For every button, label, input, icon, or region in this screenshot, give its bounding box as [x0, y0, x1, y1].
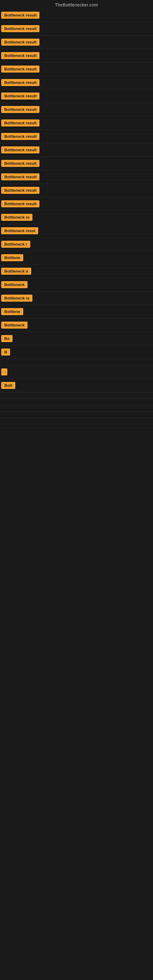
bottleneck-result-badge: Bottleneck r — [1, 241, 30, 248]
bottleneck-result-badge: Bottleneck resul — [1, 227, 38, 234]
bottleneck-result-badge: Bottleneck result — [1, 79, 40, 86]
bottleneck-result-badge: · — [1, 368, 7, 375]
bottleneck-result-badge: Bottleneck result — [1, 12, 40, 19]
list-item: Bott — [0, 379, 153, 392]
list-item — [0, 392, 153, 399]
bottleneck-result-badge: Bottleneck result — [1, 133, 40, 140]
list-item: Bottleneck — [0, 318, 153, 332]
list-item: Bottleneck result — [0, 62, 153, 76]
bottleneck-result-badge: Bottleneck result — [1, 65, 40, 73]
bottleneck-result-badge: Bottleneck result — [1, 187, 40, 194]
list-item — [0, 405, 153, 412]
bottleneck-result-badge: Bo — [1, 335, 13, 342]
list-item: Bottleneck result — [0, 143, 153, 157]
list-item — [0, 412, 153, 418]
list-item: Bottleneck result — [0, 184, 153, 197]
list-item: Bottleneck result — [0, 157, 153, 170]
bottleneck-result-badge: Bottlene — [1, 254, 23, 261]
bottleneck-result-badge: Bottleneck result — [1, 106, 40, 113]
list-item: Bottleneck result — [0, 116, 153, 130]
bottleneck-result-badge: Bottleneck result — [1, 92, 40, 100]
bottleneck-result-badge: Bottleneck result — [1, 146, 40, 153]
list-item — [0, 399, 153, 405]
list-item: Bottleneck result — [0, 130, 153, 143]
list-item: Bottleneck re — [0, 211, 153, 224]
bottleneck-result-badge: Bottleneck result — [1, 25, 40, 32]
bottleneck-result-badge: Bottleneck n — [1, 268, 31, 275]
list-item — [0, 359, 153, 365]
list-item: Bottleneck n — [0, 265, 153, 278]
list-item: Bottleneck result — [0, 103, 153, 116]
list-item: Bottleneck r — [0, 238, 153, 251]
bottleneck-result-badge: Bottleneck — [1, 321, 27, 329]
bottleneck-result-badge: Bottleneck — [1, 281, 27, 288]
site-title: TheBottlenecker.com — [55, 2, 98, 7]
list-item: Bottlene — [0, 251, 153, 265]
list-item: · — [0, 365, 153, 379]
site-header: TheBottlenecker.com — [0, 0, 153, 9]
list-item: Bottleneck result — [0, 89, 153, 103]
list-item — [0, 418, 153, 425]
list-item: Bottleneck result — [0, 9, 153, 22]
list-item: Bottleneck resul — [0, 224, 153, 238]
list-item: Bottleneck result — [0, 22, 153, 35]
bottleneck-result-badge: Bottleneck result — [1, 38, 40, 46]
list-item: Bottleneck result — [0, 197, 153, 211]
list-item: B — [0, 345, 153, 359]
list-item: Bottlene — [0, 305, 153, 318]
bottleneck-result-badge: Bottleneck re — [1, 294, 32, 302]
bottleneck-result-badge: Bott — [1, 382, 15, 389]
bottleneck-result-badge: Bottleneck result — [1, 200, 40, 207]
bottleneck-result-badge: Bottleneck re — [1, 214, 32, 221]
list-item: Bottleneck result — [0, 35, 153, 49]
bottleneck-result-badge: Bottleneck result — [1, 119, 40, 126]
list-item: Bottleneck re — [0, 291, 153, 305]
list-item: Bo — [0, 332, 153, 345]
bottleneck-result-badge: Bottlene — [1, 308, 23, 315]
bottleneck-result-badge: B — [1, 348, 10, 356]
list-item: Bottleneck result — [0, 76, 153, 89]
bottleneck-result-badge: Bottleneck result — [1, 173, 40, 180]
list-item: Bottleneck result — [0, 49, 153, 62]
list-item: Bottleneck result — [0, 170, 153, 184]
bottleneck-result-badge: Bottleneck result — [1, 160, 40, 167]
list-item: Bottleneck — [0, 278, 153, 291]
bottleneck-result-badge: Bottleneck result — [1, 52, 40, 59]
